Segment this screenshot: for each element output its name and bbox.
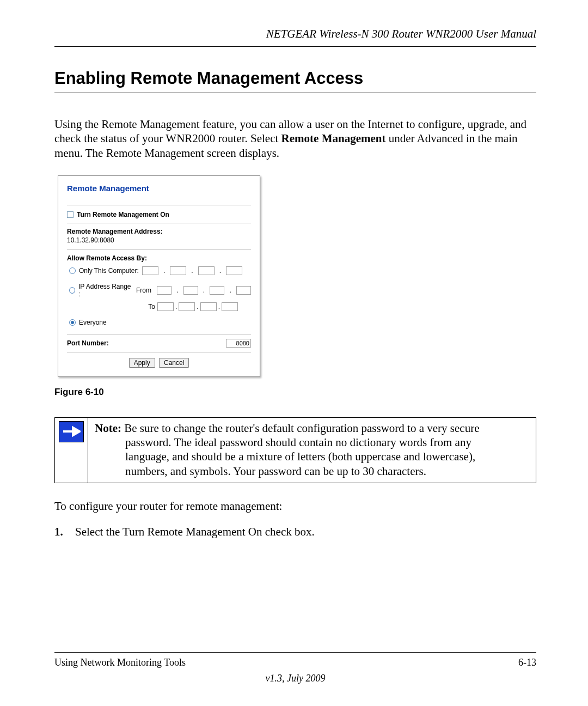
everyone-label: Everyone <box>79 319 107 326</box>
port-label: Port Number: <box>67 339 109 347</box>
arrow-icon <box>59 421 84 442</box>
ip-octet[interactable] <box>210 286 224 295</box>
note-line1: Be sure to change the router's default c… <box>121 422 479 435</box>
section-title: Enabling Remote Management Access <box>54 69 536 93</box>
ip-octet[interactable] <box>226 266 242 275</box>
divider <box>67 352 251 352</box>
port-row: Port Number: 8080 <box>67 339 251 348</box>
apply-button[interactable]: Apply <box>129 358 155 368</box>
ip-range-label: IP Address Range : <box>78 283 132 298</box>
note-line2: password. The ideal password should cont… <box>125 435 530 449</box>
turn-on-label: Turn Remote Management On <box>77 211 169 218</box>
turn-on-row: Turn Remote Management On <box>67 211 251 218</box>
ip-octet[interactable] <box>200 302 217 311</box>
ip-range-radio[interactable] <box>69 287 75 294</box>
ip-octet[interactable] <box>236 286 251 295</box>
note-line4: numbers, and symbols. Your password can … <box>125 464 530 478</box>
running-header: NETGEAR Wireless-N 300 Router WNR2000 Us… <box>54 27 536 47</box>
from-label: From <box>136 287 151 294</box>
note-line3: language, and should be a mixture of let… <box>125 449 530 464</box>
divider <box>67 223 251 223</box>
ip-octet[interactable] <box>142 266 158 275</box>
footer-caption: v1.3, July 2009 <box>54 673 536 684</box>
ip-octet[interactable] <box>157 286 171 295</box>
step-strong: Turn Remote Management On <box>122 525 262 538</box>
step-pre: Select the <box>75 525 122 538</box>
intro-paragraph: Using the Remote Management feature, you… <box>54 117 536 160</box>
panel-title: Remote Management <box>67 184 251 205</box>
note-text: Note: Be sure to change the router's def… <box>88 418 536 483</box>
ip-range-to-row: To . . . <box>138 302 251 311</box>
configure-intro: To configure your router for remote mana… <box>54 500 536 513</box>
ip-range-row: IP Address Range : From . . . <box>69 283 251 298</box>
cancel-button[interactable]: Cancel <box>159 358 189 368</box>
addr-value: 10.1.32.90:8080 <box>67 236 251 244</box>
button-row: Apply Cancel <box>67 358 251 368</box>
footer-left: Using Network Monitoring Tools <box>54 657 186 668</box>
step-number: 1. <box>54 525 66 539</box>
step-1: 1. Select the Turn Remote Management On … <box>54 525 536 539</box>
ip-octet[interactable] <box>170 266 186 275</box>
divider <box>67 334 251 334</box>
divider <box>67 249 251 250</box>
to-label: To <box>138 303 155 311</box>
figure-label: Figure 6-10 <box>54 387 536 398</box>
ip-octet[interactable] <box>222 302 238 311</box>
intro-strong: Remote Management <box>281 132 386 145</box>
note-box: Note: Be sure to change the router's def… <box>54 417 536 483</box>
allow-label: Allow Remote Access By: <box>67 254 251 262</box>
only-this-label: Only This Computer: <box>79 267 139 275</box>
ip-octet[interactable] <box>157 302 174 311</box>
step-post: check box. <box>262 525 315 538</box>
ip-octet[interactable] <box>183 286 198 295</box>
ip-octet[interactable] <box>179 302 195 311</box>
turn-on-checkbox[interactable] <box>67 211 74 218</box>
footer-right: 6-13 <box>518 657 536 668</box>
everyone-radio[interactable] <box>69 319 76 326</box>
only-this-row: Only This Computer: . . . <box>69 266 251 275</box>
note-prefix: Note: <box>95 422 121 435</box>
port-field[interactable]: 8080 <box>226 339 251 348</box>
addr-label: Remote Management Address: <box>67 228 251 235</box>
ip-octet[interactable] <box>198 266 215 275</box>
note-icon-cell <box>55 418 88 483</box>
page-footer: Using Network Monitoring Tools 6-13 v1.3… <box>54 652 536 684</box>
everyone-row: Everyone <box>69 319 251 326</box>
only-this-radio[interactable] <box>69 267 76 274</box>
remote-management-panel: Remote Management Turn Remote Management… <box>58 175 260 377</box>
